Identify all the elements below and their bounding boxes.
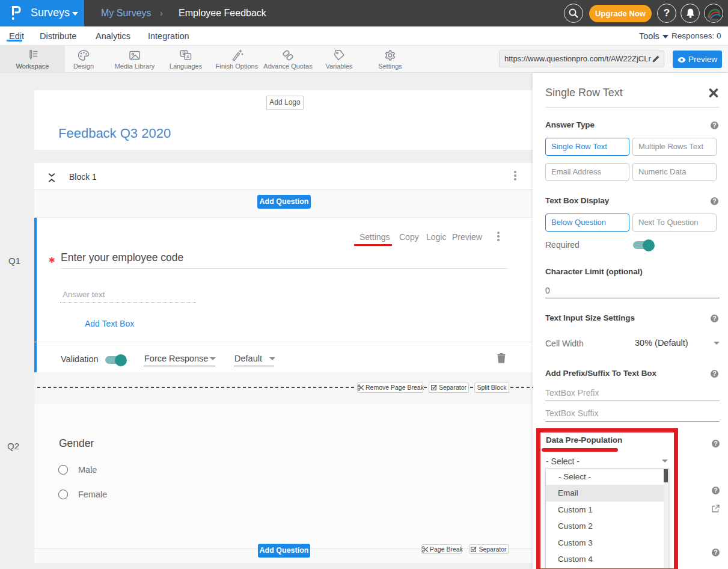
svg-text:A: A — [186, 54, 190, 60]
